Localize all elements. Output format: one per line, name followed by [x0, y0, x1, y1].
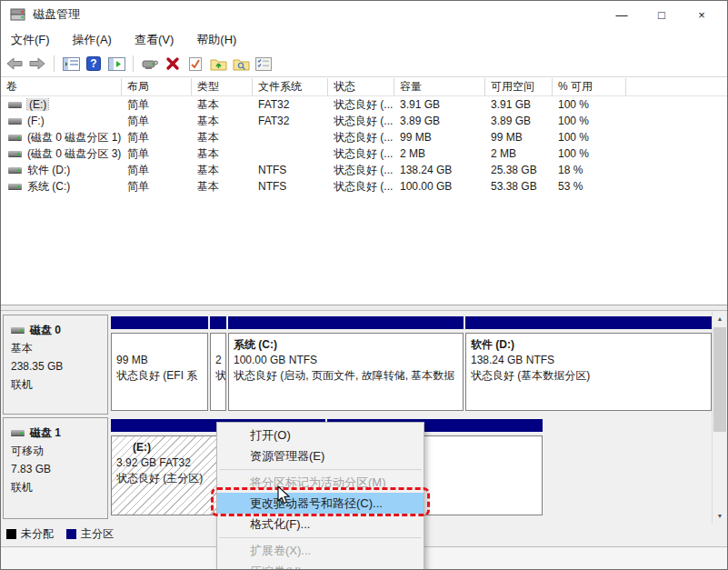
menu-action[interactable]: 操作(A) [65, 29, 120, 51]
table-row[interactable]: 软件 (D:) 简单 基本 NTFS 状态良好 (... 138.24 GB 2… [1, 162, 727, 178]
cell-capacity: 2 MB [394, 147, 485, 160]
device-icon[interactable] [140, 54, 160, 74]
menu-file[interactable]: 文件(F) [3, 29, 58, 51]
cell-status: 状态良好 (... [328, 146, 394, 162]
back-icon[interactable] [5, 54, 25, 74]
cell-status: 状态良好 (... [328, 130, 394, 145]
minimize-button[interactable]: — [602, 1, 642, 28]
cell-capacity: 99 MB [394, 131, 485, 144]
disk-size: 7.83 GB [11, 460, 107, 478]
cell-status: 状态良好 (... [328, 97, 394, 113]
cell-pct: 100 % [553, 131, 626, 144]
menu-help[interactable]: 帮助(H) [188, 29, 244, 51]
cell-layout: 简单 [122, 130, 192, 145]
partition-efi[interactable]: 99 MB 状态良好 (EFI 系 [111, 315, 208, 415]
primary-partition-swatch [66, 529, 76, 539]
help-icon[interactable]: ? [84, 54, 104, 74]
menu-change-drive-letter[interactable]: 更改驱动器号和路径(C)... [217, 493, 424, 514]
cell-free: 2 MB [485, 147, 553, 160]
folder-up-icon[interactable] [208, 54, 228, 74]
properties-icon[interactable] [254, 54, 274, 74]
disk0-label-panel[interactable]: 磁盘 0 基本 238.35 GB 联机 [3, 315, 108, 415]
table-row[interactable]: (磁盘 0 磁盘分区 1) 简单 基本 状态良好 (... 99 MB 99 M… [1, 129, 727, 145]
legend: 未分配 主分区 [6, 526, 114, 542]
scrollbar-thumb[interactable] [713, 327, 726, 432]
menu-format[interactable]: 格式化(F)... [217, 514, 424, 535]
disk-name: 磁盘 1 [30, 424, 61, 442]
cell-fs: NTFS [253, 164, 328, 176]
table-row[interactable]: (F:) 简单 基本 FAT32 状态良好 (... 3.89 GB 3.89 … [1, 113, 727, 129]
vertical-scrollbar[interactable]: ▲ ▼ [712, 311, 726, 524]
menu-extend-volume: 扩展卷(X)... [217, 540, 424, 561]
partition-c[interactable]: 系统 (C:) 100.00 GB NTFS 状态良好 (启动, 页面文件, 故… [228, 315, 464, 415]
cell-pct: 18 % [553, 164, 626, 176]
menu-open[interactable]: 打开(O) [217, 425, 424, 445]
toolbar-separator [54, 55, 55, 72]
toolbar: ? [1, 51, 727, 77]
menu-explorer[interactable]: 资源管理器(E) [217, 445, 424, 466]
cell-layout: 简单 [122, 163, 192, 178]
title-bar: 磁盘管理 — □ × [1, 1, 727, 28]
cell-free: 99 MB [485, 131, 553, 144]
drive-icon [8, 102, 22, 107]
console-action-icon[interactable] [106, 54, 126, 74]
maximize-button[interactable]: □ [642, 1, 682, 28]
disk1-label-panel[interactable]: 磁盘 1 可移动 7.83 GB 联机 [3, 417, 108, 519]
partition-size: 100.00 GB NTFS [234, 353, 463, 368]
col-volume[interactable]: 卷 [1, 78, 122, 95]
table-row[interactable]: 系统 (C:) 简单 基本 NTFS 状态良好 (... 100.00 GB 5… [1, 178, 727, 195]
cell-capacity: 3.89 GB [394, 115, 485, 127]
scroll-down-icon[interactable]: ▼ [713, 508, 727, 524]
disk-icon [11, 430, 25, 435]
disk-kind: 基本 [11, 339, 107, 357]
cell-layout: 简单 [122, 97, 192, 113]
cell-type: 基本 [192, 114, 253, 129]
partition-color-bar [228, 316, 464, 329]
pane-splitter[interactable] [1, 305, 727, 311]
forward-icon[interactable] [27, 54, 47, 74]
volume-name: 软件 (D:) [27, 163, 70, 178]
cell-type: 基本 [192, 163, 253, 178]
cell-pct: 100 % [553, 98, 626, 111]
disk-status: 联机 [11, 478, 107, 496]
partition-color-bar [111, 316, 208, 329]
partition-d[interactable]: 软件 (D:) 138.24 GB NTFS 状态良好 (基本数据分区) [465, 315, 712, 415]
cell-fs: FAT32 [253, 115, 328, 127]
table-row[interactable]: (磁盘 0 磁盘分区 3) 简单 基本 状态良好 (... 2 MB 2 MB … [1, 145, 727, 162]
delete-icon[interactable] [163, 54, 183, 74]
folder-search-icon[interactable] [231, 54, 251, 74]
scroll-up-icon[interactable]: ▲ [713, 311, 727, 326]
col-free[interactable]: 可用空间 [485, 78, 553, 95]
partition-msr[interactable]: 2 状 [210, 315, 226, 415]
drive-icon [8, 151, 22, 156]
cell-status: 状态良好 (... [328, 163, 394, 178]
col-type[interactable]: 类型 [192, 78, 253, 95]
disk-management-window: 磁盘管理 — □ × 文件(F) 操作(A) 查看(V) 帮助(H) ? [0, 0, 728, 570]
close-button[interactable]: × [682, 1, 722, 28]
col-pct-free[interactable]: % 可用 [553, 78, 626, 95]
col-status[interactable]: 状态 [328, 78, 394, 95]
partition-color-bar [465, 316, 712, 329]
cell-free: 25.38 GB [485, 164, 553, 176]
cell-fs: FAT32 [253, 98, 328, 111]
check-doc-icon[interactable] [185, 54, 205, 74]
cell-layout: 简单 [122, 114, 192, 129]
partition-status: 状态良好 (EFI 系 [116, 368, 207, 384]
cell-pct: 100 % [553, 115, 626, 127]
col-capacity[interactable]: 容量 [394, 78, 485, 95]
drive-icon [8, 184, 22, 189]
col-filesystem[interactable]: 文件系统 [253, 78, 328, 95]
context-menu: 打开(O) 资源管理器(E) 将分区标记为活动分区(M) 更改驱动器号和路径(C… [216, 422, 424, 570]
menu-view[interactable]: 查看(V) [126, 29, 182, 51]
menu-shrink-volume: 压缩卷(H)... [217, 561, 424, 570]
cell-type: 基本 [192, 97, 253, 113]
col-layout[interactable]: 布局 [122, 78, 192, 95]
menu-bar: 文件(F) 操作(A) 查看(V) 帮助(H) [1, 28, 727, 51]
cell-status: 状态良好 (... [328, 114, 394, 129]
partition-status: 状态良好 (基本数据分区) [471, 368, 711, 384]
partition-status: 状态良好 (启动, 页面文件, 故障转储, 基本数据 [234, 368, 463, 384]
menu-separator [219, 469, 422, 470]
table-row[interactable]: (E:) 简单 基本 FAT32 状态良好 (... 3.91 GB 3.91 … [1, 96, 727, 113]
drive-icon [8, 118, 22, 124]
console-tree-icon[interactable] [61, 54, 81, 74]
